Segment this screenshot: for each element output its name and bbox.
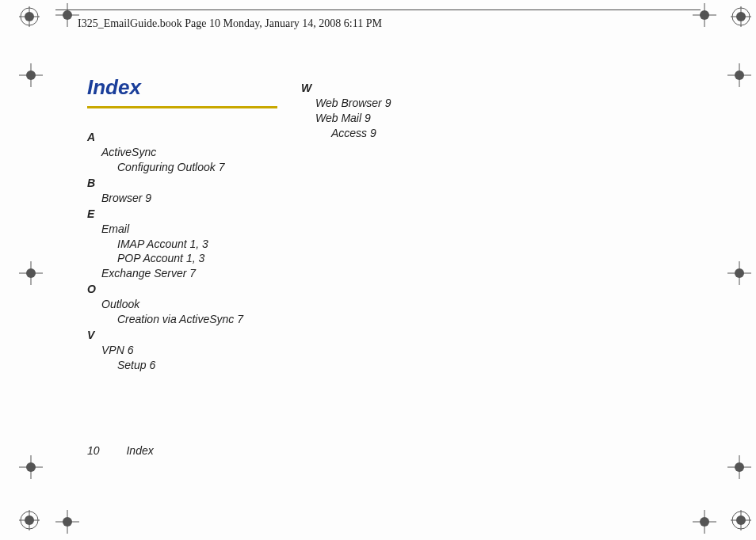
crop-mark-icon: [693, 510, 716, 534]
index-list-col1: AActiveSyncConfiguring Outlook 7BBrowser…: [87, 131, 277, 373]
index-column-1: Index AActiveSyncConfiguring Outlook 7BB…: [87, 75, 277, 469]
index-entry: Browser 9: [101, 191, 277, 206]
page-number: 10: [87, 444, 100, 457]
crop-mark-icon: [727, 261, 751, 285]
index-subentry: Access 9: [331, 126, 491, 141]
index-entry: Exchange Server 7: [101, 266, 277, 281]
header-text: I325_EmailGuide.book Page 10 Monday, Jan…: [78, 17, 382, 30]
index-subentry: Configuring Outlook 7: [117, 160, 277, 175]
page-footer: 10 Index: [87, 444, 154, 457]
crop-mark-icon: [19, 455, 43, 479]
index-letter: E: [87, 207, 277, 220]
page-content: Index AActiveSyncConfiguring Outlook 7BB…: [87, 75, 708, 469]
registration-mark-icon: [731, 6, 751, 27]
index-entry: Web Mail 9: [315, 111, 491, 126]
crop-mark-icon: [727, 455, 751, 479]
crop-mark-icon: [693, 3, 716, 27]
index-subentry: Setup 6: [117, 358, 277, 373]
header-rule: [55, 10, 701, 10]
index-entry: ActiveSync: [101, 145, 277, 160]
index-subentry: POP Account 1, 3: [117, 251, 277, 266]
index-entry: Email: [101, 222, 277, 237]
registration-mark-icon: [19, 6, 40, 27]
index-subentry: Creation via ActiveSync 7: [117, 312, 277, 327]
index-list-col2: WWeb Browser 9Web Mail 9Access 9: [301, 82, 491, 141]
index-entry: VPN 6: [101, 343, 277, 358]
index-letter: O: [87, 283, 277, 295]
crop-mark-icon: [727, 63, 751, 87]
index-letter: A: [87, 131, 277, 143]
crop-mark-icon: [55, 3, 79, 27]
footer-section-label: Index: [126, 444, 153, 457]
index-entry: Web Browser 9: [315, 96, 491, 111]
crop-mark-icon: [19, 261, 43, 285]
index-letter: V: [87, 329, 277, 341]
registration-mark-icon: [731, 510, 751, 530]
registration-mark-icon: [19, 510, 40, 530]
index-subentry: IMAP Account 1, 3: [117, 237, 277, 252]
index-letter: B: [87, 177, 277, 189]
index-column-2: WWeb Browser 9Web Mail 9Access 9: [301, 75, 491, 469]
index-entry: Outlook: [101, 297, 277, 312]
page-title: Index: [87, 75, 277, 108]
crop-mark-icon: [55, 510, 79, 534]
index-letter: W: [301, 82, 491, 94]
crop-mark-icon: [19, 63, 43, 87]
